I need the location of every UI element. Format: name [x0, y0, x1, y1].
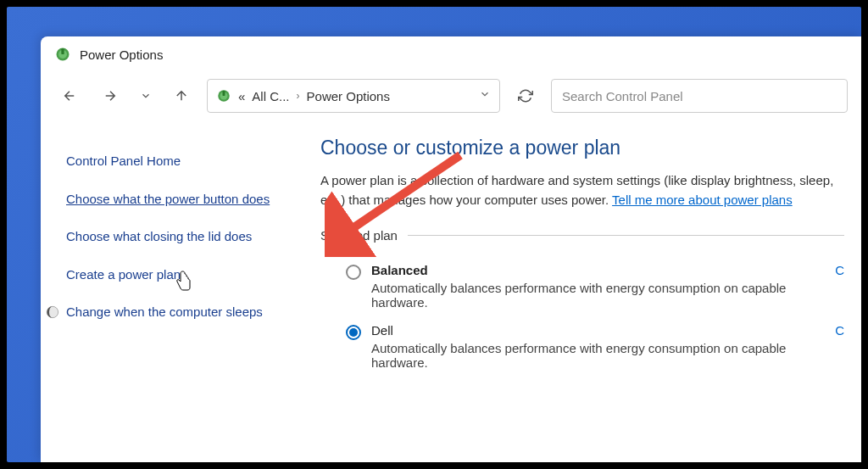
- arrow-left-icon: [62, 88, 77, 103]
- page-title: Choose or customize a power plan: [320, 137, 844, 159]
- chevron-right-icon: ›: [297, 90, 300, 102]
- titlebar: Power Options: [41, 36, 861, 72]
- plan-item-dell[interactable]: Dell Automatically balances performance …: [320, 316, 844, 377]
- divider: [408, 235, 844, 236]
- search-input[interactable]: [551, 79, 848, 113]
- plan-item-balanced[interactable]: Balanced Automatically balances performa…: [320, 256, 844, 316]
- plan-name: Dell: [371, 323, 825, 338]
- power-options-icon: [54, 46, 71, 63]
- power-options-icon: [216, 88, 231, 103]
- breadcrumb-item[interactable]: All C...: [252, 89, 289, 103]
- window-title: Power Options: [80, 47, 163, 62]
- arrow-right-icon: [103, 88, 118, 103]
- arrow-up-icon: [174, 88, 189, 103]
- radio-button[interactable]: [346, 265, 361, 280]
- svg-rect-5: [223, 91, 225, 96]
- create-power-plan-link[interactable]: Create a power plan: [66, 265, 285, 285]
- breadcrumb-prefix: «: [238, 89, 245, 103]
- change-sleep-link[interactable]: Change when the computer sleeps: [66, 303, 263, 322]
- page-description: A power plan is a collection of hardware…: [320, 171, 844, 209]
- up-button[interactable]: [166, 81, 197, 111]
- chevron-down-icon: [140, 90, 152, 102]
- back-button[interactable]: [54, 81, 85, 111]
- main-content: Choose or customize a power plan A power…: [303, 137, 861, 394]
- navigation-bar: « All C... › Power Options: [41, 72, 861, 120]
- closing-lid-link[interactable]: Choose what closing the lid does: [66, 227, 285, 247]
- radio-button[interactable]: [346, 325, 361, 340]
- control-panel-home-link[interactable]: Control Panel Home: [66, 152, 285, 171]
- refresh-icon: [518, 88, 533, 103]
- refresh-button[interactable]: [510, 81, 541, 111]
- plan-description: Automatically balances performance with …: [371, 341, 825, 370]
- svg-rect-2: [61, 48, 64, 54]
- plan-name: Balanced: [371, 263, 825, 277]
- forward-button[interactable]: [95, 81, 125, 111]
- change-plan-link[interactable]: C: [835, 323, 844, 338]
- sidebar: Control Panel Home Choose what the power…: [41, 137, 303, 394]
- power-button-link[interactable]: Choose what the power button does: [66, 190, 285, 209]
- breadcrumb-item[interactable]: Power Options: [307, 89, 390, 103]
- moon-icon: [46, 305, 59, 319]
- learn-more-link[interactable]: Tell me more about power plans: [612, 193, 793, 207]
- section-label: Selected plan: [320, 228, 398, 243]
- address-bar[interactable]: « All C... › Power Options: [207, 79, 500, 113]
- recent-dropdown[interactable]: [136, 81, 156, 111]
- chevron-down-icon: [479, 88, 491, 100]
- address-dropdown[interactable]: [479, 88, 491, 103]
- plan-description: Automatically balances performance with …: [371, 281, 825, 310]
- change-plan-link[interactable]: C: [835, 263, 844, 277]
